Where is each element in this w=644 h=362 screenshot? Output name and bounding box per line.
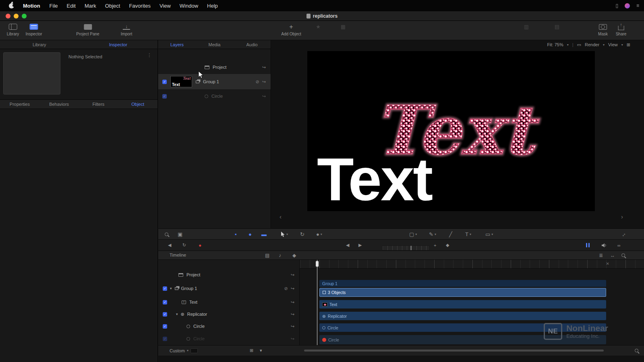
channels-icon[interactable]: ▭ (577, 42, 581, 47)
playhead-handle[interactable] (316, 261, 319, 267)
menu-item-view[interactable]: View (155, 3, 175, 9)
link-icon[interactable]: ↪ (262, 94, 266, 99)
menu-item-favorites[interactable]: Favorites (124, 3, 155, 9)
display-icon[interactable]: ▯ (615, 3, 618, 8)
transform-tool[interactable]: ↻ (300, 229, 304, 239)
scroll-left-icon[interactable]: ‹ (280, 213, 282, 220)
tab-properties[interactable]: Properties (0, 100, 39, 109)
overflow-menu-icon[interactable]: ⋮ (147, 52, 152, 58)
timeline-row-circle-2[interactable]: ✓ Circle ↪ (158, 333, 299, 345)
activation-checkbox[interactable]: ✓ (163, 300, 167, 304)
layout-icon[interactable]: ⊞ (627, 42, 630, 47)
timeline-ruler[interactable]: ✕ (300, 260, 644, 269)
share-button[interactable]: Share (616, 23, 627, 36)
timeline-zoom-icon[interactable] (621, 251, 625, 259)
view-layers-toggle[interactable]: ▪ (235, 229, 237, 239)
import-button[interactable]: ↓ Import (121, 23, 132, 36)
layers-row-group1[interactable]: ✓ Text Text Group 1 ⊘ ↪ (158, 74, 271, 89)
tab-layers[interactable]: Layers (158, 40, 196, 49)
text-tool[interactable]: T▾ (465, 229, 471, 239)
control-center-icon[interactable]: ≡ (636, 3, 639, 8)
track-replicator[interactable]: ⊛ Replicator (319, 312, 606, 320)
menu-item-object[interactable]: Object (101, 3, 125, 9)
menu-item-mark[interactable]: Mark (80, 3, 101, 9)
scrub-strip[interactable] (382, 245, 430, 251)
view-menu[interactable]: View (608, 42, 618, 47)
timeline-row-project[interactable]: Project ↪ (158, 269, 299, 281)
apple-menu[interactable] (5, 3, 18, 8)
zoom-preset-dropdown[interactable]: Custom ▾ (170, 346, 198, 356)
timeline-row-replicator[interactable]: ✓ ▾ ⊛ Replicator ↪ (158, 308, 299, 320)
disclosure-triangle[interactable]: ▾ (170, 286, 172, 290)
menu-item-help[interactable]: Help (203, 3, 222, 9)
menu-app-name[interactable]: Motion (18, 3, 45, 9)
fit-timeline-icon[interactable]: ↔ (610, 251, 615, 259)
audio-mute-button[interactable] (601, 240, 607, 251)
inspector-button[interactable]: Inspector (25, 23, 42, 36)
link-icon[interactable]: ↪ (262, 79, 266, 84)
search-icon[interactable] (165, 229, 168, 239)
show-keyframes-toggle[interactable]: ◆ (292, 251, 296, 259)
link-icon[interactable]: ↪ (291, 324, 294, 329)
scroll-right-icon[interactable]: › (621, 213, 623, 220)
add-object-button[interactable]: + Add Object (281, 23, 301, 36)
go-to-start-button[interactable]: ◀ (168, 240, 171, 251)
link-icon[interactable]: ↪ (291, 286, 294, 291)
timeline-track-area[interactable]: ✕ Group 1 3 Objects Text ⊛ Replicator (300, 260, 644, 345)
link-icon[interactable]: ↪ (291, 272, 294, 278)
siri-icon[interactable] (625, 3, 630, 8)
show-audio-tracks-toggle[interactable]: ♪ (279, 251, 281, 259)
activation-checkbox[interactable]: ✓ (163, 312, 167, 317)
track-group-label[interactable]: Group 1 (319, 280, 606, 287)
menu-item-window[interactable]: Window (175, 3, 203, 9)
timeline-row-circle[interactable]: ✓ Circle ↪ (158, 320, 299, 332)
layers-row-project[interactable]: Project ↪ (158, 62, 271, 72)
expand-icon[interactable]: ↔ (621, 229, 626, 239)
activation-checkbox[interactable]: ✓ (163, 337, 167, 341)
layers-row-circle[interactable]: ✓ Circle ↪ (158, 91, 271, 101)
isolate-icon[interactable]: ⊘ (256, 79, 259, 84)
activation-checkbox[interactable]: ✓ (162, 94, 167, 99)
render-menu[interactable]: Render (585, 42, 599, 47)
loop-icon[interactable]: ∞ (617, 240, 621, 251)
tab-behaviors[interactable]: Behaviors (39, 100, 79, 109)
text-layer[interactable]: Text (317, 149, 432, 210)
disclosure-triangle[interactable]: ▾ (176, 312, 178, 316)
horizontal-scrollbar[interactable] (304, 350, 604, 352)
shape-tool[interactable]: ▢▾ (409, 229, 417, 239)
canvas[interactable]: Text Text Text (307, 51, 595, 211)
timeline-row-group1[interactable]: ✓ ▾ Group 1 ⊘ ↪ (158, 282, 299, 295)
track-height-icon[interactable]: ≣ (599, 251, 603, 259)
view-timing-toggle[interactable]: ● (248, 229, 252, 239)
isolate-icon[interactable]: ⊘ (284, 286, 288, 291)
track-group-objects[interactable]: 3 Objects (319, 288, 606, 297)
link-icon[interactable]: ↪ (291, 300, 294, 305)
activation-checkbox[interactable]: ✓ (162, 80, 167, 84)
project-pane-button[interactable]: Project Pane (76, 23, 99, 36)
pause-button[interactable] (586, 240, 590, 251)
link-icon[interactable]: ↪ (291, 336, 294, 341)
mask-button[interactable]: Mask (598, 23, 608, 36)
menu-item-file[interactable]: File (45, 3, 62, 9)
tab-audio[interactable]: Audio (233, 40, 271, 49)
timeline-row-text[interactable]: ✓ T Text ↪ (158, 296, 299, 308)
tab-media[interactable]: Media (196, 40, 233, 49)
track-options-icon[interactable]: ▾ (260, 346, 262, 356)
loop-playback-button[interactable]: ↻ (182, 240, 186, 251)
activation-checkbox[interactable]: ✓ (163, 286, 167, 291)
tab-filters[interactable]: Filters (79, 100, 118, 109)
zoom-slider-icon[interactable] (635, 346, 638, 356)
track-text[interactable]: Text (319, 300, 606, 309)
bezier-tool[interactable]: ✎▾ (429, 229, 436, 239)
activation-checkbox[interactable]: ✓ (163, 324, 167, 329)
adjust-tool[interactable]: ●▾ (316, 229, 322, 239)
select-tool[interactable]: ▾ (281, 229, 288, 239)
line-tool[interactable]: ╱ (449, 229, 452, 239)
playhead[interactable] (317, 260, 317, 345)
view-keyframes-toggle[interactable]: ▬ (261, 229, 267, 239)
keyframe-button[interactable]: ◆ (446, 240, 449, 251)
menu-item-edit[interactable]: Edit (62, 3, 80, 9)
link-icon[interactable]: ↪ (291, 312, 294, 317)
screen-icon[interactable]: ▣ (178, 229, 182, 239)
library-button[interactable]: Library (7, 23, 19, 36)
